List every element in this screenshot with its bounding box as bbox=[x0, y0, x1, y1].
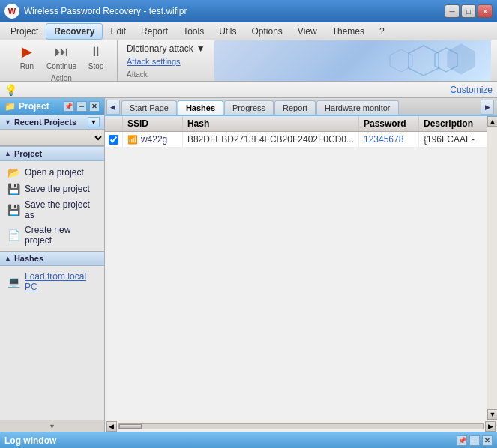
tab-start-page[interactable]: Start Page bbox=[121, 100, 177, 115]
recent-projects-arrow: ▼ bbox=[4, 118, 11, 126]
table-hscroll[interactable]: ◀ ▶ bbox=[105, 420, 497, 432]
open-project-item[interactable]: 📂 Open a project bbox=[0, 164, 104, 181]
load-icon: 💻 bbox=[7, 276, 20, 288]
log-header: Log window 📌 ─ ✕ bbox=[0, 433, 497, 448]
col-check-header bbox=[105, 116, 123, 131]
col-desc-header[interactable]: Description bbox=[419, 116, 487, 131]
run-icon: ▶ bbox=[16, 41, 37, 62]
attack-settings-link[interactable]: Attack settings bbox=[127, 57, 205, 66]
attack-group-label: Attack bbox=[127, 70, 205, 79]
tab-nav-right-btn[interactable]: ▶ bbox=[481, 100, 494, 115]
recent-projects-expand-btn[interactable]: ▼ bbox=[88, 117, 100, 127]
load-from-pc-item[interactable]: 💻 Load from local PC bbox=[0, 269, 104, 294]
tab-hardware-monitor[interactable]: Hardware monitor bbox=[316, 100, 398, 115]
menu-options[interactable]: Options bbox=[244, 24, 289, 39]
create-project-icon: 📄 bbox=[7, 229, 20, 241]
left-panel: 📁 Project 📌 ─ ✕ ▼ Recent Projects ▼ ▲ Pr… bbox=[0, 98, 105, 432]
attack-dropdown-icon: ▼ bbox=[196, 43, 205, 54]
project-section-arrow: ▲ bbox=[4, 150, 11, 157]
table-with-scroll: SSID Hash Password Description 📶 w422g bbox=[105, 116, 497, 420]
hashes-section-arrow: ▲ bbox=[4, 255, 11, 262]
toolbar-svg-decor bbox=[364, 42, 484, 79]
hashes-section-header[interactable]: ▲ Hashes bbox=[0, 251, 104, 266]
hscroll-right-btn[interactable]: ▶ bbox=[485, 421, 496, 432]
col-ssid-header[interactable]: SSID bbox=[123, 116, 183, 131]
attack-group: Dictionary attack ▼ Attack settings Atta… bbox=[118, 43, 214, 79]
tab-progress[interactable]: Progress bbox=[224, 100, 274, 115]
row-password: 12345678 bbox=[359, 132, 419, 147]
load-from-pc-label[interactable]: Load from local PC bbox=[25, 271, 97, 292]
window-title: Wireless Password Recovery - test.wifipr bbox=[24, 6, 445, 16]
vscroll-down-btn[interactable]: ▼ bbox=[487, 409, 497, 420]
stop-icon: ⏸ bbox=[85, 41, 106, 62]
customize-link[interactable]: Customize bbox=[450, 85, 493, 95]
toolbar-decoration bbox=[214, 40, 491, 81]
hscroll-thumb[interactable] bbox=[119, 424, 142, 429]
info-icon: 💡 bbox=[4, 84, 17, 96]
stop-button[interactable]: ⏸ Stop bbox=[82, 39, 109, 73]
tab-nav-left-btn[interactable]: ◀ bbox=[106, 100, 120, 115]
menu-view[interactable]: View bbox=[290, 24, 325, 39]
project-section-header[interactable]: ▲ Project bbox=[0, 146, 104, 161]
menu-recovery[interactable]: Recovery bbox=[46, 23, 103, 40]
attack-type-selector[interactable]: Dictionary attack ▼ bbox=[127, 43, 205, 54]
menu-project[interactable]: Project bbox=[3, 24, 46, 39]
panel-title: Project bbox=[19, 101, 49, 112]
log-close-btn[interactable]: ✕ bbox=[482, 435, 493, 446]
panel-scrollbar[interactable]: ▼ bbox=[0, 420, 104, 432]
menu-tools[interactable]: Tools bbox=[175, 24, 211, 39]
log-minimize-btn[interactable]: ─ bbox=[469, 435, 480, 446]
stop-label: Stop bbox=[88, 62, 104, 70]
scroll-down-arrow: ▼ bbox=[49, 423, 55, 430]
minimize-button[interactable]: ─ bbox=[445, 4, 460, 18]
log-title: Log window bbox=[4, 435, 56, 446]
col-hash-header[interactable]: Hash bbox=[183, 116, 359, 131]
row-ssid-value: w422g bbox=[141, 134, 167, 145]
table-vscroll[interactable]: ▲ ▼ bbox=[487, 116, 497, 420]
action-group: ▶ Run ⏭ Continue ⏸ Stop Action bbox=[6, 40, 118, 81]
panel-header: 📁 Project 📌 ─ ✕ bbox=[0, 98, 104, 115]
vscroll-track[interactable] bbox=[487, 127, 497, 409]
svg-marker-0 bbox=[409, 46, 439, 76]
panel-close-btn[interactable]: ✕ bbox=[89, 101, 100, 112]
recent-projects-title: Recent Projects bbox=[14, 118, 76, 127]
hscroll-left-btn[interactable]: ◀ bbox=[106, 421, 117, 432]
menu-themes[interactable]: Themes bbox=[325, 24, 372, 39]
tab-hashes[interactable]: Hashes bbox=[178, 100, 223, 115]
continue-button[interactable]: ⏭ Continue bbox=[43, 39, 79, 73]
row-check-input[interactable] bbox=[109, 135, 118, 145]
wifi-icon: 📶 bbox=[127, 135, 138, 145]
table-row[interactable]: 📶 w422g B82DFEBD2713F4FCB20F2402F0CD0...… bbox=[105, 132, 487, 148]
row-checkbox[interactable] bbox=[105, 132, 123, 147]
panel-pin-btn[interactable]: 📌 bbox=[64, 101, 74, 112]
run-button[interactable]: ▶ Run bbox=[13, 39, 40, 73]
save-project-as-item[interactable]: 💾 Save the project as bbox=[0, 197, 104, 223]
vscroll-up-btn[interactable]: ▲ bbox=[487, 116, 497, 127]
col-password-header[interactable]: Password bbox=[359, 116, 419, 131]
save-project-item[interactable]: 💾 Save the project bbox=[0, 181, 104, 197]
save-project-icon: 💾 bbox=[7, 183, 20, 195]
continue-icon: ⏭ bbox=[51, 41, 72, 62]
create-project-item[interactable]: 📄 Create new project bbox=[0, 223, 104, 248]
maximize-button[interactable]: □ bbox=[461, 4, 476, 18]
title-bar: W Wireless Password Recovery - test.wifi… bbox=[0, 0, 497, 22]
menu-help[interactable]: ? bbox=[372, 24, 392, 39]
open-project-icon: 📂 bbox=[7, 166, 20, 178]
menu-utils[interactable]: Utils bbox=[211, 24, 244, 39]
close-button[interactable]: ✕ bbox=[478, 4, 493, 18]
row-desc: {196FCAAE- bbox=[419, 132, 487, 147]
log-pin-btn[interactable]: 📌 bbox=[457, 435, 467, 446]
menu-edit[interactable]: Edit bbox=[103, 24, 133, 39]
recent-projects-select[interactable] bbox=[0, 130, 104, 146]
open-project-label: Open a project bbox=[25, 167, 84, 178]
save-project-label: Save the project bbox=[25, 184, 90, 194]
right-panel: ◀ Start Page Hashes Progress Report Hard… bbox=[105, 98, 497, 432]
row-ssid: 📶 w422g bbox=[123, 132, 183, 147]
hscroll-track[interactable] bbox=[118, 423, 484, 429]
panel-minimize-btn[interactable]: ─ bbox=[76, 101, 87, 112]
menu-report[interactable]: Report bbox=[133, 24, 175, 39]
tab-report[interactable]: Report bbox=[274, 100, 316, 115]
recent-projects-header[interactable]: ▼ Recent Projects ▼ bbox=[0, 115, 104, 130]
svg-marker-2 bbox=[448, 44, 475, 74]
row-hash: B82DFEBD2713F4FCB20F2402F0CD0... bbox=[183, 132, 359, 147]
